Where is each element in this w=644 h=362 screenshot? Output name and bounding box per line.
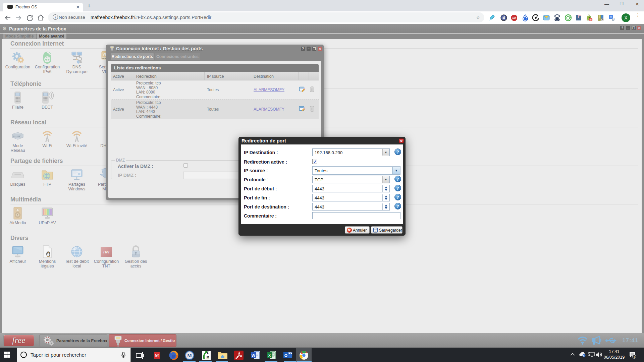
svg-text:X: X (268, 353, 271, 358)
svg-text:1: 1 (633, 355, 635, 359)
svg-text:S: S (590, 18, 592, 21)
svg-text:ABP: ABP (512, 17, 517, 19)
svg-text:O: O (284, 353, 287, 358)
svg-text:F: F (207, 351, 209, 355)
svg-text:TNT: TNT (103, 250, 110, 254)
svg-text:M: M (207, 356, 209, 359)
svg-text:M: M (187, 353, 192, 358)
svg-text:G: G (610, 15, 612, 19)
svg-text:M: M (155, 353, 159, 358)
svg-text:W: W (252, 353, 256, 358)
